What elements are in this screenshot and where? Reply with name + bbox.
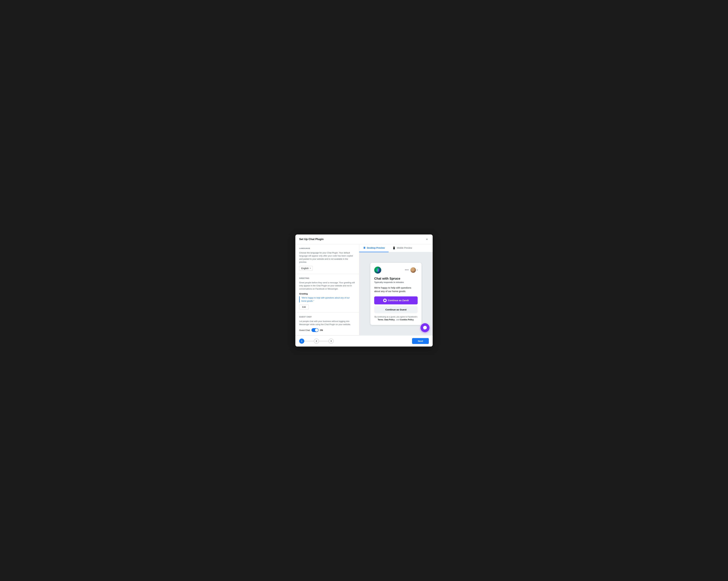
legal-cookies-link[interactable]: Cookies Policy [400, 319, 414, 321]
language-value: English [301, 267, 309, 270]
tab-mobile-preview[interactable]: 📱 Mobile Preview [389, 244, 416, 252]
legal-prefix: By continuing as a guest, you agree to F… [374, 316, 417, 318]
chat-subtitle: Typically responds in minutes [374, 281, 418, 284]
right-panel: 🖥 Desktop Preview 📱 Mobile Preview [359, 244, 433, 336]
chat-greeting-text: We're happy to help with questions about… [374, 286, 418, 293]
step-line-1 [304, 341, 314, 341]
messenger-fab-button[interactable] [420, 323, 430, 332]
continue-as-guest-button[interactable]: Continue as Guest [374, 306, 418, 313]
greeting-text: "We're happy to help with questions abou… [301, 296, 355, 302]
tab-desktop-preview[interactable]: 🖥 Desktop Preview [359, 244, 389, 252]
close-button[interactable]: × [425, 237, 429, 241]
chat-title: Chat with Spruce [374, 277, 418, 281]
modal-body: LANGUAGE Choose the language for your Ch… [295, 244, 433, 336]
legal-data-policy-link[interactable]: Data Policy [385, 319, 395, 321]
modal-footer: 1 2 3 Next [295, 335, 433, 346]
step-3: 3 [329, 339, 334, 344]
modal-title: Set Up Chat Plugin [299, 238, 323, 241]
guest-chat-row: Guest Chat: ON [299, 328, 355, 332]
chat-card-header: ••• ▾ [374, 267, 418, 273]
greeting-section-desc: Greet people before they send a message.… [299, 281, 355, 290]
leaf-left-icon [376, 268, 378, 272]
toggle-on-label: ON [320, 329, 323, 332]
guest-chat-toggle[interactable] [311, 328, 318, 332]
user-avatar[interactable] [411, 267, 416, 273]
greeting-label: Greeting [299, 293, 355, 295]
tab-mobile-label: Mobile Preview [397, 246, 412, 249]
chevron-down-icon: ▾ [310, 267, 311, 269]
steps-indicator: 1 2 3 [299, 339, 334, 344]
spruce-logo-icon [376, 268, 379, 272]
leaf-right-icon [378, 268, 379, 272]
greeting-section-title: GREETING [299, 277, 355, 279]
avatar-chevron-icon: ▾ [417, 269, 418, 271]
mobile-icon: 📱 [392, 246, 396, 249]
language-section-desc: Choose the language for your Chat Plugin… [299, 251, 355, 264]
chat-preview-card: ••• ▾ Chat with Spruce Typically respond… [370, 263, 421, 325]
preview-tabs: 🖥 Desktop Preview 📱 Mobile Preview [359, 244, 433, 252]
greeting-section: GREETING Greet people before they send a… [295, 274, 359, 313]
left-panel: LANGUAGE Choose the language for your Ch… [295, 244, 359, 336]
legal-period: . [414, 319, 414, 321]
guest-chat-label: Guest Chat: [299, 329, 310, 332]
step-2-label: 2 [316, 340, 317, 342]
language-section-title: LANGUAGE [299, 247, 355, 249]
setup-chat-plugin-modal: Set Up Chat Plugin × LANGUAGE Choose the… [295, 235, 433, 347]
step-line-2 [319, 341, 329, 341]
step-1-label: 1 [301, 340, 302, 342]
greeting-bar [299, 296, 300, 302]
tab-desktop-label: Desktop Preview [367, 246, 385, 249]
more-options-icon[interactable]: ••• [405, 268, 409, 272]
continue-as-user-button[interactable]: Continue as Zandt [374, 296, 418, 305]
continue-guest-label: Continue as Guest [385, 308, 407, 311]
messenger-icon [383, 299, 387, 302]
header-right-controls: ••• ▾ [405, 267, 418, 273]
edit-greeting-button[interactable]: Edit [299, 305, 309, 309]
continue-user-label: Continue as Zandt [388, 299, 409, 302]
greeting-text-container: "We're happy to help with questions abou… [299, 296, 355, 302]
chat-logo [374, 267, 381, 273]
step-2: 2 [314, 339, 319, 344]
next-button[interactable]: Next [412, 338, 429, 344]
guest-chat-section-desc: Let people chat with your business witho… [299, 320, 355, 326]
legal-text: By continuing as a guest, you agree to F… [374, 315, 418, 321]
preview-area: ••• ▾ Chat with Spruce Typically respond… [359, 252, 433, 336]
desktop-icon: 🖥 [363, 246, 366, 249]
modal-header: Set Up Chat Plugin × [295, 235, 433, 244]
avatar-image [411, 267, 416, 273]
step-3-label: 3 [331, 340, 332, 342]
guest-chat-section: GUEST CHAT Let people chat with your bus… [295, 313, 359, 335]
legal-and: , and [395, 319, 399, 321]
language-section: LANGUAGE Choose the language for your Ch… [295, 244, 359, 274]
guest-chat-section-title: GUEST CHAT [299, 316, 355, 318]
toggle-thumb [315, 328, 318, 332]
legal-terms-link[interactable]: Terms [378, 319, 383, 321]
step-1: 1 [299, 339, 304, 344]
language-dropdown[interactable]: English ▾ [299, 266, 313, 271]
